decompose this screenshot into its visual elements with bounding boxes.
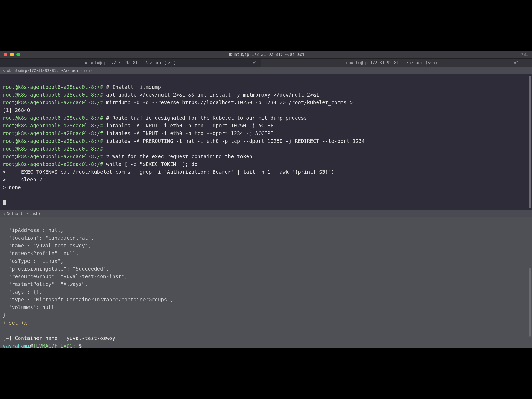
json-line: "restartPolicy": "Always", bbox=[3, 281, 88, 287]
scrollbar-top[interactable] bbox=[529, 76, 531, 208]
setx-line: + set +x bbox=[3, 320, 27, 326]
zoom-window-button[interactable] bbox=[16, 53, 20, 56]
json-line: "ipAddress": null, bbox=[3, 227, 64, 233]
json-line: "volumes": null bbox=[3, 304, 54, 310]
continuation-line: > EXEC_TOKEN=$(cat /root/kubelet_comms |… bbox=[3, 169, 334, 175]
shell-line: iptables -A INPUT -i eth0 -p tcp --dport… bbox=[106, 130, 273, 136]
tab-label: ubuntu@ip-172-31-92-81: ~/az_aci (ssh) bbox=[85, 60, 176, 65]
shell-line: # Route traffic designated for the Kubel… bbox=[106, 115, 307, 121]
continuation-line: > done bbox=[3, 184, 21, 190]
terminal-pane-top[interactable]: root@k8s-agentpool6-a28cac0l-8:/# # Inst… bbox=[0, 74, 532, 210]
terminal-window: ubuntu@ip-172-31-92-81: ~/az_aci ⌘81 ubu… bbox=[0, 51, 532, 348]
tab-bar: ubuntu@ip-172-31-92-81: ~/az_aci (ssh) ⌘… bbox=[0, 59, 532, 67]
window-title: ubuntu@ip-172-31-92-81: ~/az_aci bbox=[0, 52, 532, 57]
json-line: "networkProfile": null, bbox=[3, 250, 79, 256]
prompt-path: :~ bbox=[73, 343, 79, 348]
shell-line: # Install mitmdump bbox=[106, 84, 161, 90]
tab-shortcut: ⌘2 bbox=[514, 61, 518, 65]
tab-1[interactable]: ubuntu@ip-172-31-92-81: ~/az_aci (ssh) ⌘… bbox=[0, 59, 261, 67]
pane-bottom-title: Default (~bash) bbox=[7, 211, 40, 216]
json-line: "name": "yuval-test-oswoy", bbox=[3, 243, 91, 248]
letterbox-top bbox=[0, 0, 532, 51]
maximize-icon[interactable] bbox=[526, 212, 529, 215]
json-line: } bbox=[3, 312, 6, 318]
cursor-icon bbox=[85, 343, 88, 348]
json-line: "tags": {}, bbox=[3, 289, 42, 295]
close-window-button[interactable] bbox=[4, 53, 7, 56]
shell-prompt: root@k8s-agentpool6-a28cac0l-8:/# bbox=[3, 99, 103, 105]
shell-prompt: root@k8s-agentpool6-a28cac0l-8:/# bbox=[3, 92, 103, 98]
json-line: "type": "Microsoft.ContainerInstance/con… bbox=[3, 297, 173, 302]
shell-prompt: root@k8s-agentpool6-a28cac0l-8:/# bbox=[3, 123, 103, 128]
letterbox-bottom bbox=[0, 348, 532, 399]
job-output: [1] 26840 bbox=[3, 107, 30, 113]
container-line: [+] Container name: 'yuval-test-oswoy' bbox=[3, 335, 118, 341]
shell-line: while [ -z "$EXEC_TOKEN" ]; do bbox=[106, 161, 197, 167]
shell-line: iptables -A PREROUTING -t nat -i eth0 -p… bbox=[106, 138, 365, 144]
window-indicator: ⌘81 bbox=[521, 52, 528, 57]
new-tab-button[interactable]: + bbox=[522, 59, 532, 67]
titlebar[interactable]: ubuntu@ip-172-31-92-81: ~/az_aci ⌘81 bbox=[0, 51, 532, 59]
json-line: "osType": "Linux", bbox=[3, 258, 64, 264]
minimize-window-button[interactable] bbox=[10, 53, 14, 56]
shell-prompt: root@k8s-agentpool6-a28cac0l-8:/# bbox=[3, 84, 103, 90]
maximize-icon[interactable] bbox=[526, 69, 529, 72]
shell-prompt: root@k8s-agentpool6-a28cac0l-8:/# bbox=[3, 130, 103, 136]
shell-prompt: root@k8s-agentpool6-a28cac0l-8:/# bbox=[3, 153, 103, 159]
shell-prompt: root@k8s-agentpool6-a28cac0l-8:/# bbox=[3, 161, 103, 167]
tab-label: ubuntu@ip-172-31-92-81: ~/az_aci (ssh) bbox=[346, 60, 437, 65]
json-line: "location": "canadacentral", bbox=[3, 235, 94, 241]
window-controls bbox=[0, 53, 20, 56]
json-line: "provisioningState": "Succeeded", bbox=[3, 266, 109, 272]
terminal-pane-bottom[interactable]: "ipAddress": null, "location": "canadace… bbox=[0, 217, 532, 348]
prompt-at: @ bbox=[30, 343, 33, 348]
plus-icon: + bbox=[526, 60, 528, 65]
pane-top-header[interactable]: ✕ ubuntu@ip-172-31-92-81: ~/az_aci (ssh) bbox=[0, 67, 532, 74]
prompt-user: yavrahami bbox=[3, 343, 30, 348]
shell-prompt: root@k8s-agentpool6-a28cac0l-8:/# bbox=[3, 146, 103, 152]
tab-2[interactable]: ubuntu@ip-172-31-92-81: ~/az_aci (ssh) ⌘… bbox=[261, 59, 522, 67]
shell-line: # Wait for the exec request containing t… bbox=[106, 153, 252, 159]
shell-line: iptables -A INPUT -i eth0 -p tcp --dport… bbox=[106, 123, 277, 128]
scrollbar-bottom[interactable] bbox=[529, 268, 531, 337]
shell-prompt: root@k8s-agentpool6-a28cac0l-8:/# bbox=[3, 138, 103, 144]
shell-line: apt update >/dev/null 2>&1 && apt instal… bbox=[106, 92, 319, 98]
prompt-host: TLVMAC7FTLVDQ bbox=[33, 343, 73, 348]
cursor-icon bbox=[3, 200, 6, 205]
pane-bottom-header[interactable]: ✕ Default (~bash) bbox=[0, 210, 532, 217]
shell-line: mitmdump -d -d --reverse https://localho… bbox=[106, 99, 353, 105]
pane-top-title: ubuntu@ip-172-31-92-81: ~/az_aci (ssh) bbox=[7, 68, 92, 73]
json-line: "resourceGroup": "yuval-test-con-inst", bbox=[3, 273, 127, 279]
prompt-symbol: $ bbox=[79, 343, 85, 348]
close-icon[interactable]: ✕ bbox=[3, 69, 5, 73]
shell-prompt: root@k8s-agentpool6-a28cac0l-8:/# bbox=[3, 115, 103, 121]
tab-shortcut: ⌘1 bbox=[253, 61, 257, 65]
continuation-line: > sleep 2 bbox=[3, 177, 42, 182]
close-icon[interactable]: ✕ bbox=[3, 212, 5, 216]
